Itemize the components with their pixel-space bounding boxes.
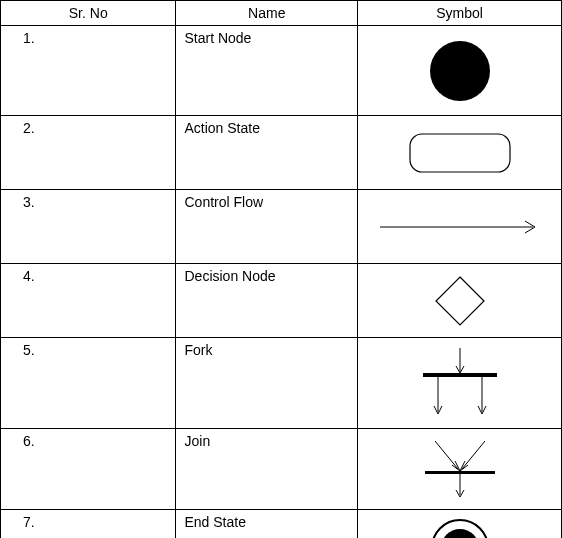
table-header-row: Sr. No Name Symbol	[1, 1, 562, 26]
header-name: Name	[176, 1, 358, 26]
table-row: 1. Start Node	[1, 26, 562, 116]
svg-line-8	[435, 441, 458, 469]
cell-symbol	[358, 26, 562, 116]
cell-symbol	[358, 190, 562, 264]
cell-name: Join	[176, 429, 358, 510]
header-symbol: Symbol	[358, 1, 562, 26]
fork-icon	[405, 344, 515, 422]
svg-point-13	[441, 529, 479, 538]
cell-sr: 4.	[1, 264, 176, 338]
table-row: 7. End State	[1, 510, 562, 539]
table-row: 6. Join	[1, 429, 562, 510]
cell-symbol	[358, 338, 562, 429]
cell-name: End State	[176, 510, 358, 539]
decision-node-icon	[430, 271, 490, 331]
cell-sr: 2.	[1, 116, 176, 190]
cell-sr: 3.	[1, 190, 176, 264]
header-sr: Sr. No	[1, 1, 176, 26]
table-row: 5. Fork	[1, 338, 562, 429]
control-flow-icon	[375, 217, 545, 237]
cell-name: Start Node	[176, 26, 358, 116]
end-state-icon	[428, 516, 492, 538]
cell-sr: 1.	[1, 26, 176, 116]
join-icon	[405, 435, 515, 503]
svg-line-9	[462, 441, 485, 469]
cell-sr: 7.	[1, 510, 176, 539]
cell-symbol	[358, 116, 562, 190]
svg-rect-1	[410, 134, 510, 172]
cell-sr: 5.	[1, 338, 176, 429]
svg-point-0	[430, 41, 490, 101]
cell-symbol	[358, 264, 562, 338]
cell-name: Action State	[176, 116, 358, 190]
uml-symbols-table: Sr. No Name Symbol 1. Start Node 2. Acti…	[0, 0, 562, 538]
svg-rect-5	[423, 373, 497, 377]
cell-symbol	[358, 510, 562, 539]
cell-symbol	[358, 429, 562, 510]
table-row: 4. Decision Node	[1, 264, 562, 338]
cell-name: Fork	[176, 338, 358, 429]
svg-marker-3	[436, 277, 484, 325]
cell-name: Control Flow	[176, 190, 358, 264]
table-row: 3. Control Flow	[1, 190, 562, 264]
action-state-icon	[405, 129, 515, 177]
table-row: 2. Action State	[1, 116, 562, 190]
start-node-icon	[425, 36, 495, 106]
svg-rect-10	[425, 471, 495, 474]
cell-name: Decision Node	[176, 264, 358, 338]
cell-sr: 6.	[1, 429, 176, 510]
